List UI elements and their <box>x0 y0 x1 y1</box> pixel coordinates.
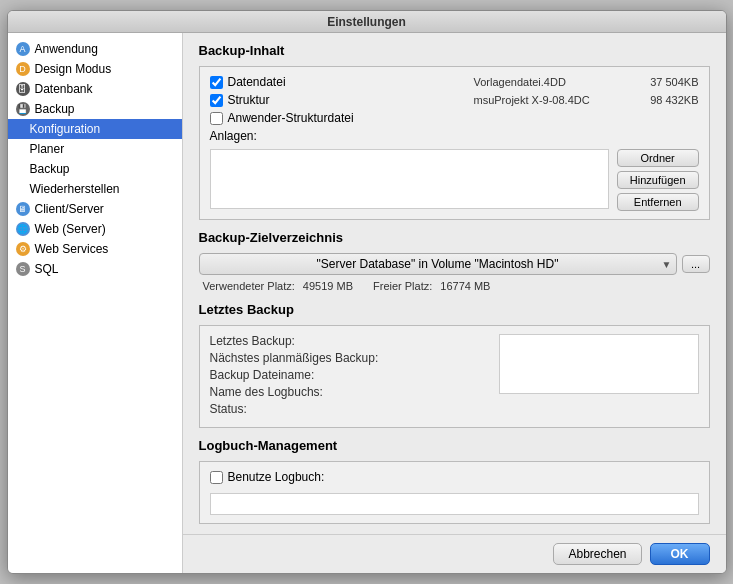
sidebar-item-label: Datenbank <box>35 82 93 96</box>
sql-icon: S <box>16 262 30 276</box>
sidebar-item-backup[interactable]: 💾 Backup <box>8 99 182 119</box>
sidebar-item-label: Planer <box>30 142 65 156</box>
anwender-label: Anwender-Strukturdatei <box>228 111 699 125</box>
sidebar-item-label: Design Modus <box>35 62 112 76</box>
title-bar: Einstellungen <box>8 11 726 33</box>
datendatei-file: Vorlagendatei.4DD <box>474 76 624 88</box>
struktur-checkbox[interactable] <box>210 94 223 107</box>
main-panel: Backup-Inhalt Datendatei Vorlagendatei.4… <box>183 33 726 573</box>
app-icon: A <box>16 42 30 56</box>
struktur-label: Struktur <box>228 93 346 107</box>
main-window: Einstellungen A Anwendung D Design Modus… <box>7 10 727 574</box>
datendatei-size: 37 504KB <box>629 76 699 88</box>
freier-platz-value: 16774 MB <box>440 280 490 292</box>
benutze-logbuch-row: Benutze Logbuch: <box>210 470 699 484</box>
backup-dateiname-row: Backup Dateiname: <box>210 368 491 382</box>
anlagen-buttons: Ordner Hinzufügen Entfernen <box>617 149 699 211</box>
backup-inhalt-title: Backup-Inhalt <box>199 43 710 58</box>
backup-inhalt-box: Datendatei Vorlagendatei.4DD 37 504KB St… <box>199 66 710 220</box>
sidebar-item-label: Anwendung <box>35 42 98 56</box>
logbuch-input[interactable] <box>210 493 699 515</box>
window-title: Einstellungen <box>327 15 406 29</box>
logbuch-name-row: Name des Logbuchs: <box>210 385 491 399</box>
sidebar-item-label: SQL <box>35 262 59 276</box>
logbuch-box: Benutze Logbuch: <box>199 461 710 524</box>
anwender-row: Anwender-Strukturdatei <box>210 111 699 125</box>
main-content: Backup-Inhalt Datendatei Vorlagendatei.4… <box>183 33 726 534</box>
ziel-select[interactable]: "Server Database" in Volume "Macintosh H… <box>199 253 677 275</box>
sidebar-item-backup-sub[interactable]: Backup <box>8 159 182 179</box>
anwender-checkbox[interactable] <box>210 112 223 125</box>
letztes-backup-row: Letztes Backup: <box>210 334 491 348</box>
abbrechen-button[interactable]: Abbrechen <box>553 543 641 565</box>
ziel-section: "Server Database" in Volume "Macintosh H… <box>199 253 710 292</box>
ziel-row: "Server Database" in Volume "Macintosh H… <box>199 253 710 275</box>
struktur-file: msuProjekt X-9-08.4DC <box>474 94 624 106</box>
verwendeter-platz-label: Verwendeter Platz: <box>203 280 295 292</box>
logbuch-title: Logbuch-Management <box>199 438 710 453</box>
letztes-title: Letztes Backup <box>199 302 710 317</box>
ziel-browse-button[interactable]: ... <box>682 255 710 273</box>
sidebar-item-konfiguration[interactable]: Konfiguration <box>8 119 182 139</box>
letztes-labels: Letztes Backup: Nächstes planmäßiges Bac… <box>210 334 491 419</box>
sidebar-item-label: Backup <box>30 162 70 176</box>
sidebar-item-label: Konfiguration <box>30 122 101 136</box>
web-icon: 🌐 <box>16 222 30 236</box>
anlagen-list[interactable] <box>210 149 609 209</box>
sidebar-item-anwendung[interactable]: A Anwendung <box>8 39 182 59</box>
benutze-logbuch-label: Benutze Logbuch: <box>228 470 699 484</box>
sidebar-item-design-modus[interactable]: D Design Modus <box>8 59 182 79</box>
db-icon: 🗄 <box>16 82 30 96</box>
letztes-textarea[interactable] <box>499 334 699 394</box>
verwendeter-platz-value: 49519 MB <box>303 280 353 292</box>
cs-icon: 🖥 <box>16 202 30 216</box>
status-row: Status: <box>210 402 491 416</box>
sidebar-item-label: Wiederherstellen <box>30 182 120 196</box>
footer: Abbrechen OK <box>183 534 726 573</box>
sidebar-item-client-server[interactable]: 🖥 Client/Server <box>8 199 182 219</box>
entfernen-button[interactable]: Entfernen <box>617 193 699 211</box>
sidebar: A Anwendung D Design Modus 🗄 Datenbank 💾… <box>8 33 183 573</box>
ziel-select-value: "Server Database" in Volume "Macintosh H… <box>317 257 559 271</box>
anlagen-area: Ordner Hinzufügen Entfernen <box>210 149 699 211</box>
naechstes-row: Nächstes planmäßiges Backup: <box>210 351 491 365</box>
letztes-grid: Letztes Backup: Nächstes planmäßiges Bac… <box>210 334 699 419</box>
sidebar-item-label: Client/Server <box>35 202 104 216</box>
design-icon: D <box>16 62 30 76</box>
anlagen-label: Anlagen: <box>210 129 699 143</box>
hinzufuegen-button[interactable]: Hinzufügen <box>617 171 699 189</box>
datendatei-checkbox[interactable] <box>210 76 223 89</box>
letztes-box: Letztes Backup: Nächstes planmäßiges Bac… <box>199 325 710 428</box>
sidebar-item-label: Web Services <box>35 242 109 256</box>
platz-row: Verwendeter Platz: 49519 MB Freier Platz… <box>199 280 710 292</box>
freier-platz-group: Freier Platz: 16774 MB <box>373 280 490 292</box>
sidebar-item-web-server[interactable]: 🌐 Web (Server) <box>8 219 182 239</box>
ziel-title: Backup-Zielverzeichnis <box>199 230 710 245</box>
sidebar-item-label: Web (Server) <box>35 222 106 236</box>
sidebar-item-web-services[interactable]: ⚙ Web Services <box>8 239 182 259</box>
sidebar-item-planer[interactable]: Planer <box>8 139 182 159</box>
freier-platz-label: Freier Platz: <box>373 280 432 292</box>
sidebar-item-datenbank[interactable]: 🗄 Datenbank <box>8 79 182 99</box>
datendatei-row: Datendatei Vorlagendatei.4DD 37 504KB <box>210 75 699 89</box>
ordner-button[interactable]: Ordner <box>617 149 699 167</box>
webservices-icon: ⚙ <box>16 242 30 256</box>
backup-icon: 💾 <box>16 102 30 116</box>
benutze-logbuch-checkbox[interactable] <box>210 471 223 484</box>
struktur-size: 98 432KB <box>629 94 699 106</box>
struktur-row: Struktur msuProjekt X-9-08.4DC 98 432KB <box>210 93 699 107</box>
sidebar-item-label: Backup <box>35 102 75 116</box>
dropdown-arrow-icon: ▼ <box>662 259 672 270</box>
sidebar-item-sql[interactable]: S SQL <box>8 259 182 279</box>
sidebar-item-wiederherstellen[interactable]: Wiederherstellen <box>8 179 182 199</box>
verwendeter-platz-group: Verwendeter Platz: 49519 MB <box>203 280 354 292</box>
datendatei-label: Datendatei <box>228 75 346 89</box>
content-area: A Anwendung D Design Modus 🗄 Datenbank 💾… <box>8 33 726 573</box>
ok-button[interactable]: OK <box>650 543 710 565</box>
